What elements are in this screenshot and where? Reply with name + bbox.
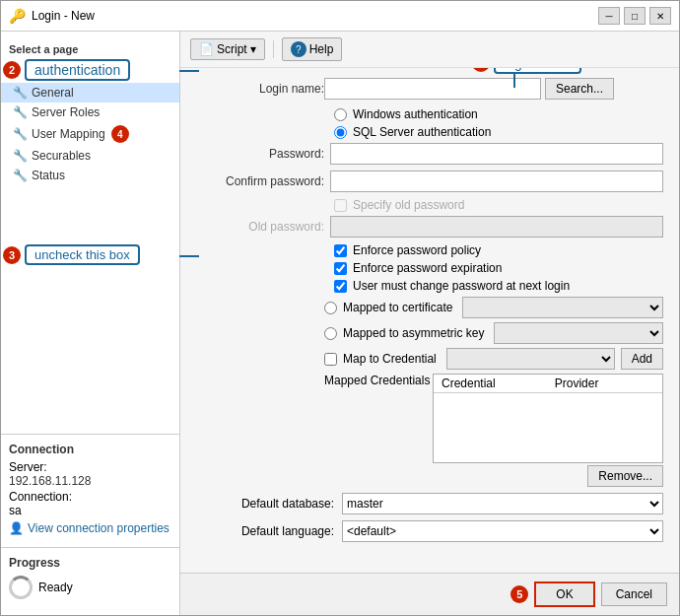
connection-section: Connection Server: 192.168.11.128 Connec… [1,434,179,543]
server-roles-icon: 🔧 [13,105,28,119]
sidebar-item-general[interactable]: 🔧 General [1,83,179,103]
server-row: Server: [9,460,171,474]
annotation-5-badge: 5 [510,585,528,603]
sidebar-item-securables[interactable]: 🔧 Securables [1,146,179,166]
login-name-section: Login name: Search... 1 login name [196,78,663,100]
windows-auth-radio[interactable] [334,108,347,121]
script-icon: 📄 [199,42,214,56]
enforce-policy-row: Enforce password policy [334,243,663,257]
form-area: Login name: Search... 1 login name [180,68,679,573]
sql-auth-radio[interactable] [334,126,347,139]
default-db-row: Default database: master [196,493,663,514]
connection-link-label: View connection properties [28,521,170,535]
mapped-key-select[interactable] [494,322,663,344]
content-area: 📄 Script ▾ ? Help Login name: Sear [180,32,679,615]
wrench-icon: 🔧 [13,86,28,100]
connection-link-icon: 👤 [9,521,24,535]
password-input[interactable] [330,143,663,165]
maximize-button[interactable]: □ [624,7,646,25]
mapped-key-row: Mapped to asymmetric key [324,322,663,344]
map-credential-select[interactable] [446,348,615,370]
password-label: Password: [196,147,324,161]
default-lang-label: Default language: [196,524,334,538]
mapped-cert-row: Mapped to certificate [324,297,663,318]
auth-annotation-row: 2 authentication [3,59,179,81]
auth-callout-label: authentication [25,59,130,81]
minimize-button[interactable]: ─ [598,7,620,25]
mapped-cert-select[interactable] [462,297,663,318]
cancel-button[interactable]: Cancel [601,582,667,606]
sidebar-full: Select a page 2 authentication 🔧 General… [1,39,179,607]
enforce-policy-checkbox[interactable] [334,244,347,257]
uncheck-annotation-row: 3 uncheck this box [3,244,179,265]
ok-button[interactable]: OK [534,582,594,607]
connection-title: Connection [9,443,171,456]
script-button[interactable]: 📄 Script ▾ [190,38,265,60]
annotation-1-row: 1 login name [472,68,581,74]
credentials-body [434,393,662,462]
window-title: Login - New [32,9,95,23]
progress-status: Ready [38,581,73,594]
specify-old-checkbox[interactable] [334,199,347,212]
user-must-change-label: User must change password at next login [353,279,570,293]
mapped-credentials-section: Mapped Credentials Credential Provider R… [324,374,663,487]
uncheck-arrow [179,255,199,257]
confirm-password-input[interactable] [330,171,663,192]
enforce-expiry-label: Enforce password expiration [353,261,502,275]
old-password-row: Old password: [196,216,663,238]
add-button[interactable]: Add [621,348,663,370]
password-row: Password: [196,143,663,165]
main-content: Select a page 2 authentication 🔧 General… [1,32,679,615]
view-connection-link[interactable]: 👤 View connection properties [9,521,171,535]
credentials-container: Credential Provider Remove... [433,374,663,487]
toolbar-sep [273,40,274,58]
login-new-window: 🔑 Login - New ─ □ ✕ Select a page 2 auth… [0,0,680,616]
confirm-password-label: Confirm password: [196,174,324,188]
mapped-cert-label: Mapped to certificate [343,301,452,314]
credential-col-header: Credential [442,376,496,390]
login-name-callout: login name [494,68,581,74]
old-password-input[interactable] [330,216,663,238]
status-label: Status [32,169,65,182]
close-button[interactable]: ✕ [649,7,671,25]
default-db-label: Default database: [196,497,334,511]
sidebar-item-server-roles[interactable]: 🔧 Server Roles [1,103,179,122]
default-db-select[interactable]: master [342,493,663,514]
script-label: Script [217,42,247,56]
default-lang-row: Default language: <default> [196,520,663,542]
server-label: Server: [9,460,47,474]
remove-button[interactable]: Remove... [587,465,663,487]
sidebar-item-status[interactable]: 🔧 Status [1,166,179,185]
default-lang-select[interactable]: <default> [342,520,663,542]
securables-label: Securables [32,149,91,163]
general-label: General [32,86,74,100]
user-mapping-label: User Mapping [32,127,105,141]
mapped-cert-radio[interactable] [324,302,337,314]
annotation-4-badge: 4 [111,125,129,143]
confirm-password-row: Confirm password: [196,171,663,192]
user-mapping-icon: 🔧 [13,127,28,141]
enforce-expiry-row: Enforce password expiration [334,261,663,275]
title-bar: 🔑 Login - New ─ □ ✕ [1,1,679,32]
mapped-key-radio[interactable] [324,327,337,340]
specify-old-label: Specify old password [353,198,464,212]
annotation-3-badge: 3 [3,246,21,264]
window-icon: 🔑 [9,8,26,24]
user-must-change-checkbox[interactable] [334,280,347,293]
credentials-table: Credential Provider [433,374,663,463]
annotation-1-arrow [513,74,515,88]
sql-auth-row: SQL Server authentication [334,125,663,139]
progress-spinner [9,576,33,599]
script-dropdown-icon: ▾ [250,42,256,56]
securables-icon: 🔧 [13,149,28,163]
help-button[interactable]: ? Help [282,37,343,61]
enforce-expiry-checkbox[interactable] [334,262,347,275]
enforce-policy-label: Enforce password policy [353,243,481,257]
title-bar-left: 🔑 Login - New [9,8,95,24]
progress-section: Progress Ready [1,547,179,607]
sidebar-pages: Select a page 2 authentication 🔧 General… [1,39,179,426]
sidebar-item-user-mapping[interactable]: 🔧 User Mapping 4 [1,122,179,146]
old-password-label: Old password: [196,220,324,234]
login-name-label: Login name: [196,82,324,96]
map-credential-checkbox[interactable] [324,353,337,366]
